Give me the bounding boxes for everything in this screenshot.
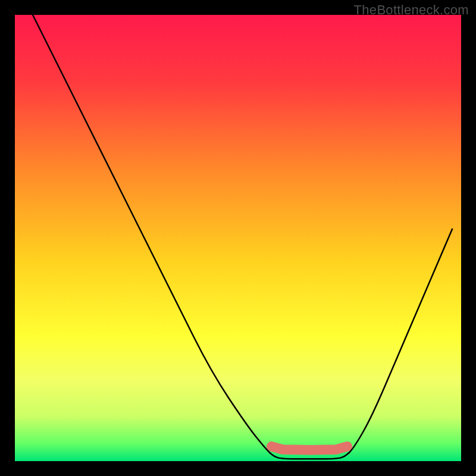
plot-area xyxy=(15,15,461,461)
gradient-background xyxy=(15,15,461,461)
watermark-label: TheBottleneck.com xyxy=(354,2,469,18)
bottleneck-chart xyxy=(15,15,461,461)
optimal-range-band xyxy=(271,446,347,450)
chart-container: TheBottleneck.com xyxy=(0,0,476,476)
